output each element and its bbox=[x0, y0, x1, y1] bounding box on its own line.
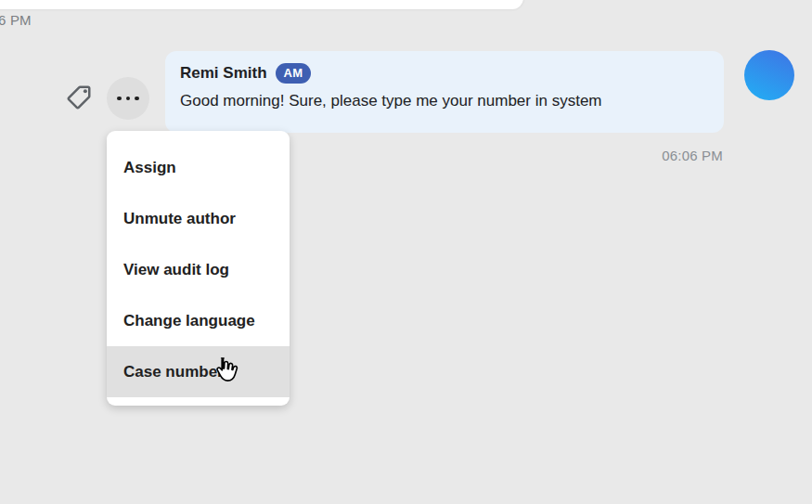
previous-message-bubble bbox=[0, 0, 523, 9]
more-options-button[interactable] bbox=[107, 77, 149, 120]
author-role-badge: AM bbox=[276, 63, 312, 84]
menu-item-case-number[interactable]: Case number bbox=[107, 346, 290, 397]
message-timestamp: 06:06 PM bbox=[662, 148, 723, 163]
message-author-row: Remi Smith AM bbox=[180, 63, 709, 84]
message-bubble: Remi Smith AM Good morning! Sure, please… bbox=[165, 51, 724, 133]
ellipsis-icon bbox=[117, 97, 139, 101]
author-name: Remi Smith bbox=[180, 64, 267, 83]
menu-item-view-audit-log[interactable]: View audit log bbox=[107, 244, 290, 295]
menu-item-assign[interactable]: Assign bbox=[107, 142, 290, 193]
previous-message-timestamp: 6 PM bbox=[0, 12, 32, 28]
menu-item-unmute-author[interactable]: Unmute author bbox=[107, 193, 290, 244]
message-text: Good morning! Sure, please type me your … bbox=[180, 92, 709, 110]
tag-icon[interactable] bbox=[65, 84, 93, 111]
menu-item-change-language[interactable]: Change language bbox=[107, 295, 290, 346]
avatar bbox=[744, 50, 794, 100]
chat-view: { "page": { "background_color": "#e9e9e9… bbox=[0, 0, 812, 504]
message-context-menu: Assign Unmute author View audit log Chan… bbox=[107, 131, 290, 406]
